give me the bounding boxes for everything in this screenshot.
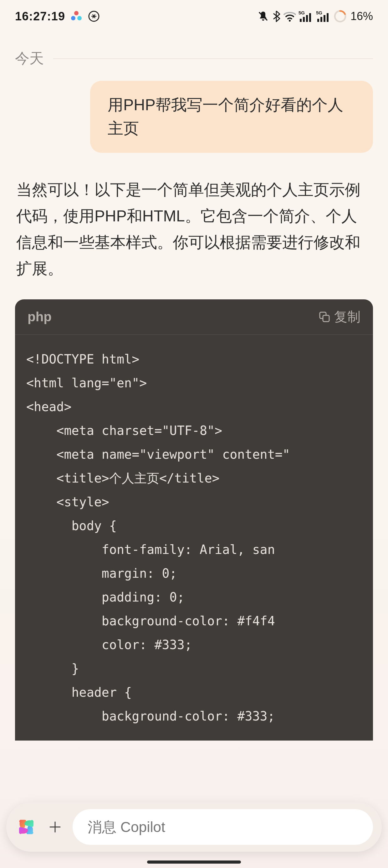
battery-ring-icon: [333, 10, 347, 23]
bluetooth-icon: [271, 10, 281, 23]
input-bar: [6, 802, 382, 852]
date-label: 今天: [15, 49, 44, 68]
app-icon-2: [88, 10, 100, 23]
svg-point-2: [77, 16, 82, 20]
message-input[interactable]: [73, 809, 373, 845]
date-divider: [53, 59, 373, 59]
svg-rect-10: [309, 13, 311, 22]
signal-5g-icon-1: 5G: [298, 10, 314, 23]
svg-rect-14: [324, 15, 325, 22]
code-content[interactable]: <!DOCTYPE html> <html lang="en"> <head> …: [15, 335, 373, 741]
copy-icon: [319, 311, 330, 323]
app-icon-1: [70, 10, 83, 23]
svg-text:5G: 5G: [298, 10, 305, 16]
code-header: php 复制: [15, 299, 373, 335]
svg-rect-15: [327, 13, 328, 22]
svg-rect-18: [323, 315, 329, 321]
assistant-intro: 当然可以！以下是一个简单但美观的个人主页示例代码，使用PHP和HTML。它包含一…: [15, 177, 373, 282]
copy-button[interactable]: 复制: [319, 308, 360, 326]
status-time: 16:27:19: [15, 10, 65, 23]
code-language-label: php: [28, 309, 52, 324]
status-right: 5G 5G 16%: [257, 10, 373, 23]
svg-point-1: [71, 16, 75, 20]
plus-button[interactable]: [44, 816, 66, 838]
svg-rect-8: [303, 17, 305, 22]
date-header: 今天: [0, 30, 388, 81]
code-block: php 复制 <!DOCTYPE html> <html lang="en"> …: [15, 299, 373, 741]
svg-point-5: [289, 20, 291, 22]
svg-rect-7: [300, 19, 302, 22]
svg-text:5G: 5G: [316, 10, 322, 16]
status-left: 16:27:19: [15, 10, 100, 23]
svg-rect-12: [317, 19, 319, 22]
home-indicator[interactable]: [147, 861, 241, 864]
status-bar: 16:27:19 5G 5G 16%: [0, 0, 388, 30]
battery-percent: 16%: [351, 10, 373, 23]
svg-rect-9: [306, 15, 308, 22]
user-message: 用PHP帮我写一个简介好看的个人主页: [90, 81, 373, 153]
signal-5g-icon-2: 5G: [316, 10, 332, 23]
wifi-icon: [283, 11, 297, 22]
copy-label: 复制: [334, 308, 360, 326]
svg-rect-13: [320, 17, 322, 22]
mute-icon: [257, 10, 270, 23]
svg-point-0: [74, 11, 78, 16]
copilot-logo-icon[interactable]: [15, 816, 37, 838]
